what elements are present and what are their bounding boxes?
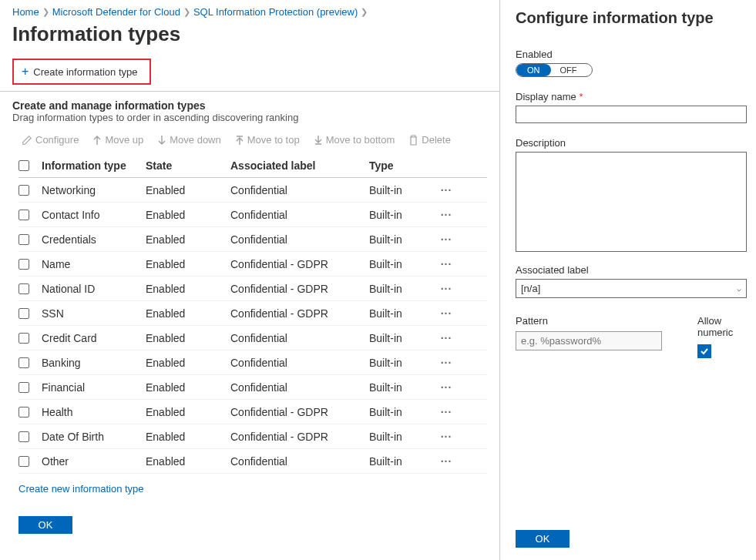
row-more-button[interactable]: ··· <box>431 258 462 270</box>
col-label: Associated label <box>230 159 369 172</box>
description-textarea[interactable] <box>516 152 747 252</box>
move-up-action[interactable]: Move up <box>92 134 143 146</box>
configure-action[interactable]: Configure <box>22 134 79 146</box>
row-checkbox[interactable] <box>18 407 29 417</box>
table-row[interactable]: Contact InfoEnabledConfidentialBuilt-in·… <box>18 203 487 227</box>
chevron-right-icon: ❯ <box>361 7 368 17</box>
row-checkbox[interactable] <box>18 210 29 220</box>
table-row[interactable]: CredentialsEnabledConfidentialBuilt-in··… <box>18 227 487 252</box>
select-all-checkbox[interactable] <box>18 160 29 171</box>
arrow-up-icon <box>92 135 102 146</box>
row-name: Name <box>42 258 146 270</box>
row-state: Enabled <box>146 431 230 443</box>
row-name: Contact Info <box>42 209 146 221</box>
pattern-input[interactable] <box>516 331 662 350</box>
display-name-input[interactable] <box>516 106 747 123</box>
row-checkbox[interactable] <box>18 185 29 196</box>
row-more-button[interactable]: ··· <box>431 357 462 369</box>
table-row[interactable]: Credit CardEnabledConfidentialBuilt-in··… <box>18 326 487 350</box>
row-state: Enabled <box>146 455 230 468</box>
row-label: Confidential - GDPR <box>230 258 369 270</box>
row-state: Enabled <box>146 406 230 418</box>
move-bottom-action[interactable]: Move to bottom <box>314 134 395 146</box>
table-row[interactable]: BankingEnabledConfidentialBuilt-in··· <box>18 350 487 375</box>
row-more-button[interactable]: ··· <box>431 209 462 221</box>
row-checkbox[interactable] <box>18 431 29 442</box>
row-checkbox[interactable] <box>18 456 29 467</box>
associated-label-select[interactable]: [n/a] ⌵ <box>516 279 747 298</box>
col-info-type: Information type <box>42 159 146 172</box>
toggle-off: OFF <box>551 64 586 76</box>
trash-icon <box>408 135 418 146</box>
row-type: Built-in <box>369 258 431 270</box>
row-type: Built-in <box>369 233 431 246</box>
create-new-link[interactable]: Create new information type <box>0 474 499 495</box>
table-row[interactable]: SSNEnabledConfidential - GDPRBuilt-in··· <box>18 301 487 326</box>
breadcrumb-defender[interactable]: Microsoft Defender for Cloud <box>52 6 180 18</box>
row-label: Confidential - GDPR <box>230 431 369 443</box>
row-more-button[interactable]: ··· <box>431 332 462 344</box>
table-row[interactable]: National IDEnabledConfidential - GDPRBui… <box>18 277 487 301</box>
row-label: Confidential <box>230 184 369 196</box>
delete-action[interactable]: Delete <box>408 134 451 146</box>
row-state: Enabled <box>146 357 230 369</box>
row-checkbox[interactable] <box>18 357 29 368</box>
row-more-button[interactable]: ··· <box>431 283 462 295</box>
row-label: Confidential - GDPR <box>230 406 369 418</box>
row-more-button[interactable]: ··· <box>431 381 462 394</box>
breadcrumb: Home ❯ Microsoft Defender for Cloud ❯ SQ… <box>0 6 499 18</box>
table-row[interactable]: Date Of BirthEnabledConfidential - GDPRB… <box>18 424 487 449</box>
row-more-button[interactable]: ··· <box>431 406 462 418</box>
ok-button[interactable]: OK <box>18 516 72 534</box>
row-name: Date Of Birth <box>42 431 146 443</box>
move-down-action[interactable]: Move down <box>157 134 220 146</box>
row-checkbox[interactable] <box>18 234 29 245</box>
row-state: Enabled <box>146 258 230 270</box>
create-information-type-button[interactable]: + Create information type <box>12 59 151 85</box>
row-label: Confidential <box>230 332 369 344</box>
col-type: Type <box>369 159 431 172</box>
allow-numeric-checkbox[interactable] <box>697 344 711 358</box>
allow-numeric-label: Allow numeric <box>697 315 747 338</box>
row-more-button[interactable]: ··· <box>431 184 462 196</box>
row-checkbox[interactable] <box>18 308 29 319</box>
row-type: Built-in <box>369 184 431 196</box>
actions-toolbar: Configure Move up Move down Move to top … <box>0 129 499 153</box>
row-type: Built-in <box>369 283 431 295</box>
row-type: Built-in <box>369 307 431 320</box>
row-type: Built-in <box>369 332 431 344</box>
row-label: Confidential <box>230 381 369 394</box>
table-row[interactable]: NameEnabledConfidential - GDPRBuilt-in··… <box>18 252 487 277</box>
row-type: Built-in <box>369 381 431 394</box>
breadcrumb-home[interactable]: Home <box>12 6 39 18</box>
table-row[interactable]: FinancialEnabledConfidentialBuilt-in··· <box>18 375 487 400</box>
panel-ok-button[interactable]: OK <box>516 530 570 548</box>
row-checkbox[interactable] <box>18 382 29 393</box>
configure-panel: Configure information type Enabled ON OF… <box>500 0 756 560</box>
row-more-button[interactable]: ··· <box>431 431 462 443</box>
row-state: Enabled <box>146 307 230 320</box>
row-checkbox[interactable] <box>18 259 29 270</box>
panel-title: Configure information type <box>516 9 747 27</box>
row-state: Enabled <box>146 332 230 344</box>
row-checkbox[interactable] <box>18 333 29 344</box>
row-more-button[interactable]: ··· <box>431 233 462 246</box>
row-state: Enabled <box>146 381 230 394</box>
plus-icon: + <box>22 65 29 79</box>
arrow-down-icon <box>157 135 166 146</box>
row-label: Confidential - GDPR <box>230 307 369 320</box>
row-state: Enabled <box>146 283 230 295</box>
move-top-action[interactable]: Move to top <box>235 134 300 146</box>
enabled-toggle[interactable]: ON OFF <box>516 63 593 77</box>
table-row[interactable]: NetworkingEnabledConfidentialBuilt-in··· <box>18 178 487 203</box>
row-name: Health <box>42 406 146 418</box>
row-name: Other <box>42 455 146 468</box>
toggle-on: ON <box>516 64 551 76</box>
table-row[interactable]: HealthEnabledConfidential - GDPRBuilt-in… <box>18 400 487 424</box>
row-checkbox[interactable] <box>18 283 29 294</box>
row-more-button[interactable]: ··· <box>431 307 462 320</box>
breadcrumb-sql[interactable]: SQL Information Protection (preview) <box>193 6 358 18</box>
row-more-button[interactable]: ··· <box>431 455 462 468</box>
table-row[interactable]: OtherEnabledConfidentialBuilt-in··· <box>18 449 487 474</box>
row-state: Enabled <box>146 209 230 221</box>
